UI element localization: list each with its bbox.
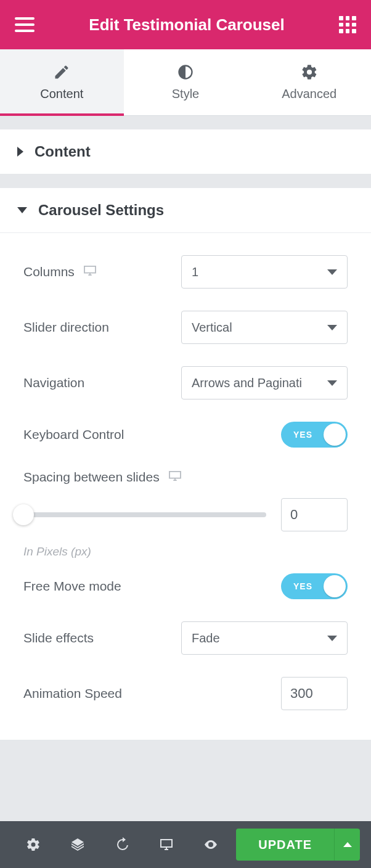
columns-value: 1 (192, 265, 198, 279)
slider-thumb[interactable] (13, 504, 34, 525)
footer: UPDATE (0, 821, 371, 868)
direction-value: Vertical (192, 321, 232, 335)
section-title: Carousel Settings (38, 202, 164, 219)
effects-value: Fade (192, 631, 220, 645)
navigation-label: Navigation (23, 375, 84, 390)
chevron-down-icon (327, 380, 337, 386)
control-columns: Columns 1 (23, 244, 348, 300)
gear-icon (301, 63, 318, 81)
control-effects: Slide effects Fade (23, 610, 348, 666)
desktop-icon[interactable] (83, 264, 97, 279)
carousel-settings-body: Columns 1 Slider direction Vertical (0, 232, 371, 740)
chevron-down-icon (327, 269, 337, 275)
gear-icon (26, 837, 41, 852)
control-spacing: Spacing between slides In Pixels (px) (23, 459, 348, 559)
direction-select[interactable]: Vertical (181, 311, 348, 344)
menu-icon[interactable] (15, 17, 35, 32)
control-keyboard: Keyboard Control YES (23, 411, 348, 459)
control-animation-speed: Animation Speed (23, 666, 348, 721)
navigation-value: Arrows and Paginati (192, 376, 302, 390)
toggle-state: YES (293, 581, 312, 591)
chevron-down-icon (17, 207, 27, 213)
direction-label: Slider direction (23, 320, 109, 335)
tab-label: Content (40, 87, 83, 101)
navigation-select[interactable]: Arrows and Paginati (181, 366, 348, 399)
spacing-input[interactable] (281, 498, 348, 531)
tab-content[interactable]: Content (0, 49, 124, 115)
apps-grid-icon[interactable] (339, 16, 356, 33)
divider (0, 116, 371, 129)
empty-area (0, 740, 371, 821)
eye-icon (203, 837, 218, 852)
columns-label: Columns (23, 264, 75, 279)
responsive-button[interactable] (144, 821, 189, 868)
layers-icon (70, 837, 85, 852)
chevron-up-icon (343, 842, 352, 847)
section-content: Content (0, 129, 371, 174)
update-label: UPDATE (258, 838, 312, 852)
desktop-icon[interactable] (168, 470, 182, 485)
settings-button[interactable] (11, 821, 55, 868)
columns-select[interactable]: 1 (181, 255, 348, 289)
spacing-label: Spacing between slides (23, 470, 160, 485)
spacing-slider[interactable] (23, 512, 266, 517)
control-direction: Slider direction Vertical (23, 300, 348, 355)
section-carousel-header[interactable]: Carousel Settings (0, 188, 371, 232)
chevron-right-icon (17, 147, 23, 157)
tabs: Content Style Advanced (0, 49, 371, 116)
section-content-header[interactable]: Content (0, 129, 371, 174)
pencil-icon (53, 63, 70, 81)
effects-select[interactable]: Fade (181, 621, 348, 655)
divider (0, 174, 371, 188)
tab-label: Advanced (282, 87, 336, 101)
effects-label: Slide effects (23, 631, 94, 645)
keyboard-toggle[interactable]: YES (281, 422, 348, 448)
toggle-knob (324, 575, 346, 597)
update-button[interactable]: UPDATE (236, 829, 334, 861)
desktop-icon (159, 837, 174, 852)
animspeed-input[interactable] (281, 677, 348, 710)
animspeed-label: Animation Speed (23, 686, 122, 701)
freemove-toggle[interactable]: YES (281, 573, 348, 599)
section-title: Content (35, 143, 91, 160)
spacing-hint: In Pixels (px) (23, 545, 348, 559)
tab-label: Style (172, 87, 199, 101)
chevron-down-icon (327, 636, 337, 641)
control-freemove: Free Move mode YES (23, 562, 348, 610)
keyboard-label: Keyboard Control (23, 427, 124, 442)
tab-advanced[interactable]: Advanced (247, 49, 371, 115)
freemove-label: Free Move mode (23, 579, 121, 594)
header: Edit Testimonial Carousel (0, 0, 371, 49)
preview-button[interactable] (189, 821, 233, 868)
chevron-down-icon (327, 325, 337, 330)
control-navigation: Navigation Arrows and Paginati (23, 355, 348, 411)
navigator-button[interactable] (55, 821, 100, 868)
contrast-icon (177, 63, 194, 81)
section-carousel-settings: Carousel Settings Columns 1 Slider direc… (0, 188, 371, 740)
tab-style[interactable]: Style (124, 49, 248, 115)
toggle-state: YES (293, 430, 312, 440)
history-button[interactable] (100, 821, 144, 868)
history-icon (115, 837, 129, 852)
toggle-knob (324, 424, 346, 446)
page-title: Edit Testimonial Carousel (35, 15, 339, 35)
update-options-button[interactable] (334, 829, 360, 861)
